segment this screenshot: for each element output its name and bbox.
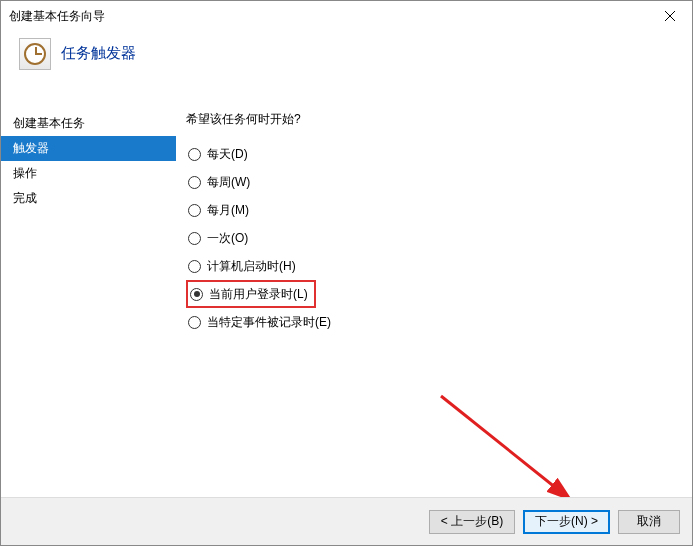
sidebar-item-trigger[interactable]: 触发器: [1, 136, 176, 161]
wizard-icon: [19, 38, 51, 70]
radio-daily[interactable]: 每天(D): [186, 140, 692, 168]
titlebar: 创建基本任务向导: [1, 1, 692, 31]
radio-once[interactable]: 一次(O): [186, 224, 692, 252]
page-title: 任务触发器: [61, 44, 136, 63]
wizard-steps-sidebar: 创建基本任务 触发器 操作 完成: [1, 111, 176, 495]
radio-label: 计算机启动时(H): [207, 258, 296, 275]
radio-at-logon[interactable]: 当前用户登录时(L): [190, 286, 308, 303]
radio-icon: [188, 232, 201, 245]
sidebar-item-finish[interactable]: 完成: [1, 186, 176, 211]
close-icon: [665, 11, 675, 21]
wizard-header: 任务触发器: [1, 31, 692, 76]
radio-label: 一次(O): [207, 230, 248, 247]
main-panel: 希望该任务何时开始? 每天(D) 每周(W) 每月(M) 一次(O) 计算机启动…: [176, 111, 692, 495]
back-button[interactable]: < 上一步(B): [429, 510, 515, 534]
radio-label: 当特定事件被记录时(E): [207, 314, 331, 331]
radio-icon: [190, 288, 203, 301]
radio-icon: [188, 148, 201, 161]
content-area: 创建基本任务 触发器 操作 完成 希望该任务何时开始? 每天(D) 每周(W) …: [1, 111, 692, 495]
radio-on-event[interactable]: 当特定事件被记录时(E): [186, 308, 692, 336]
next-button[interactable]: 下一步(N) >: [523, 510, 610, 534]
radio-icon: [188, 204, 201, 217]
radio-label: 当前用户登录时(L): [209, 286, 308, 303]
annotation-highlight: 当前用户登录时(L): [186, 280, 316, 308]
radio-icon: [188, 316, 201, 329]
radio-label: 每月(M): [207, 202, 249, 219]
radio-icon: [188, 176, 201, 189]
radio-icon: [188, 260, 201, 273]
radio-label: 每周(W): [207, 174, 250, 191]
close-button[interactable]: [647, 1, 692, 31]
radio-weekly[interactable]: 每周(W): [186, 168, 692, 196]
radio-label: 每天(D): [207, 146, 248, 163]
sidebar-item-action[interactable]: 操作: [1, 161, 176, 186]
sidebar-item-create-basic-task[interactable]: 创建基本任务: [1, 111, 176, 136]
cancel-button[interactable]: 取消: [618, 510, 680, 534]
radio-at-startup[interactable]: 计算机启动时(H): [186, 252, 692, 280]
radio-monthly[interactable]: 每月(M): [186, 196, 692, 224]
window-title: 创建基本任务向导: [9, 8, 105, 25]
wizard-footer: < 上一步(B) 下一步(N) > 取消: [1, 497, 692, 545]
prompt-text: 希望该任务何时开始?: [186, 111, 692, 128]
